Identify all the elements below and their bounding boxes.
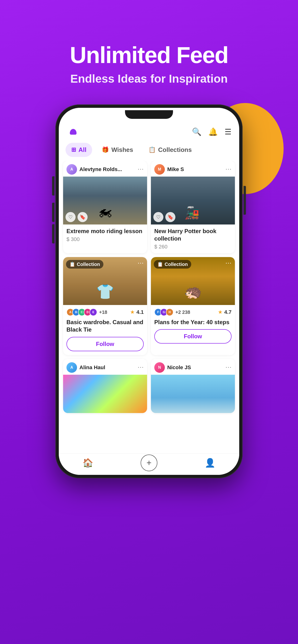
tab-collections[interactable]: 📋 Collections: [143, 143, 198, 157]
avatar-nicole: N: [154, 362, 165, 373]
profile-icon: 👤: [205, 458, 215, 468]
page-title: Unlimited Feed: [70, 43, 228, 67]
tab-all-label: All: [78, 146, 86, 154]
wishes-icon: 🎁: [102, 146, 109, 153]
coll-avatars-plans: F G H +2 238 ★ 4.7: [154, 308, 232, 316]
avatar-alina: A: [66, 362, 77, 373]
header-icons: 🔍 🔔 ☰: [192, 127, 232, 136]
hero-header: Unlimited Feed Endless Ideas for Inspira…: [70, 43, 228, 85]
like-btn-harry[interactable]: ♡: [153, 212, 163, 222]
like-btn-moto[interactable]: ♡: [66, 212, 76, 222]
collection-card-wardrobe: 📋 Collection ⋯ A B C D: [63, 257, 147, 355]
bottom-nav: 🏠 + 👤: [59, 453, 239, 475]
rating-val-wardrobe: 4.1: [136, 309, 144, 315]
app-header: 🔍 🔔 ☰: [59, 121, 239, 141]
card-actions-harry: ♡ 🔖: [153, 212, 175, 222]
avatar-group-plans: F G H: [154, 308, 174, 316]
phone-mockup: 🔍 🔔 ☰ ⊞ All 🎁 Wishes 📋 Collections: [55, 104, 243, 478]
camera-notch: [125, 110, 173, 119]
card-header-moto: A Alevtyne Rolds... ⋯: [63, 161, 147, 176]
coll-image-wardrobe: 📋 Collection ⋯: [63, 257, 147, 305]
collection-badge-plans: 📋 Collection: [154, 260, 191, 268]
star-icon-plans: ★: [218, 309, 223, 315]
card-header-harry: M Mike S ⋯: [151, 161, 235, 176]
plus-count-wardrobe: +18: [99, 310, 107, 315]
more-menu-alina[interactable]: ⋯: [137, 364, 144, 371]
card-actions-moto: ♡ 🔖: [66, 212, 88, 222]
user-post-cards-row: A Alina Haul ⋯ N Nicole JS: [63, 359, 235, 413]
card-footer-moto: Extreme moto riding lesson $ 300: [63, 224, 147, 246]
product-card-harry: M Mike S ⋯ ♡ 🔖: [151, 161, 235, 253]
home-nav-btn[interactable]: 🏠: [83, 458, 93, 468]
follow-btn-plans[interactable]: Follow: [154, 329, 232, 344]
card-image-moto: ♡ 🔖: [63, 176, 147, 224]
collection-cards-row: 📋 Collection ⋯ A B C D: [63, 257, 235, 355]
coll-meta-plans: F G H +2 238 ★ 4.7 Plans for the: [151, 305, 235, 348]
collection-badge-wardrobe: 📋 Collection: [66, 260, 103, 268]
more-menu-nicole[interactable]: ⋯: [225, 364, 232, 371]
avatar-mike: M: [154, 164, 165, 175]
more-menu-plans[interactable]: ⋯: [225, 260, 232, 267]
add-icon: +: [146, 458, 152, 468]
search-icon[interactable]: 🔍: [192, 127, 202, 136]
tab-wishes-label: Wishes: [111, 146, 133, 154]
more-menu-harry[interactable]: ⋯: [225, 166, 232, 173]
card-title-moto: Extreme moto riding lesson: [66, 227, 144, 235]
coll-avatars-wardrobe: A B C D E +18 ★ 4.1: [66, 308, 144, 316]
star-icon-wardrobe: ★: [130, 309, 135, 315]
more-menu-wardrobe[interactable]: ⋯: [137, 260, 144, 267]
coll-meta-wardrobe: A B C D E +18 ★ 4.1: [63, 305, 147, 355]
username-alina: Alina Haul: [79, 364, 105, 371]
tab-all[interactable]: ⊞ All: [66, 143, 92, 157]
page-subtitle: Endless Ideas for Inspiration: [70, 72, 228, 85]
card-footer-harry: New Harry Potter book collection $ 260: [151, 224, 235, 253]
mini-avatar-p3: H: [166, 308, 174, 316]
phone-frame: 🔍 🔔 ☰ ⊞ All 🎁 Wishes 📋 Collections: [55, 104, 243, 478]
username-mike: Mike S: [167, 166, 184, 172]
follow-btn-wardrobe[interactable]: Follow: [66, 337, 144, 351]
profile-nav-btn[interactable]: 👤: [205, 458, 215, 468]
coll-image-plans: 📋 Collection ⋯: [151, 257, 235, 305]
user-card-nicole: N Nicole JS ⋯: [151, 359, 235, 413]
username-alevtyne: Alevtyne Rolds...: [79, 166, 122, 172]
bookmark-btn-moto[interactable]: 🔖: [77, 212, 88, 222]
more-menu-moto[interactable]: ⋯: [137, 166, 144, 173]
home-icon: 🏠: [83, 458, 93, 468]
app-logo: [66, 125, 80, 138]
bell-icon[interactable]: 🔔: [208, 127, 218, 136]
all-icon: ⊞: [71, 146, 76, 153]
tab-collections-label: Collections: [158, 146, 192, 154]
feed: A Alevtyne Rolds... ⋯ ♡ 🔖: [59, 161, 239, 453]
collection-icon-2: 📋: [157, 262, 163, 267]
user-card-header-alina: A Alina Haul ⋯: [63, 359, 147, 375]
card-title-harry: New Harry Potter book collection: [154, 227, 232, 242]
card-image-harry: ♡ 🔖: [151, 176, 235, 224]
card-price-moto: $ 300: [66, 236, 144, 242]
card-price-harry: $ 260: [154, 244, 232, 250]
bookmark-btn-harry[interactable]: 🔖: [165, 212, 175, 222]
collection-card-plans: 📋 Collection ⋯ F G H: [151, 257, 235, 355]
card-user-alina: A Alina Haul: [66, 362, 105, 373]
rating-wardrobe: ★ 4.1: [130, 309, 144, 315]
post-image-nicole: [151, 375, 235, 413]
plus-count-plans: +2 238: [175, 310, 190, 315]
product-cards-row: A Alevtyne Rolds... ⋯ ♡ 🔖: [63, 161, 235, 253]
product-card-moto: A Alevtyne Rolds... ⋯ ♡ 🔖: [63, 161, 147, 253]
avatar-group-wardrobe: A B C D E: [66, 308, 97, 316]
collections-icon: 📋: [148, 146, 156, 153]
notch-bar: [59, 108, 239, 121]
collection-icon: 📋: [69, 262, 75, 267]
card-user-mike: M Mike S: [154, 164, 184, 175]
tab-wishes[interactable]: 🎁 Wishes: [96, 143, 139, 157]
username-nicole: Nicole JS: [167, 364, 191, 371]
add-nav-btn[interactable]: +: [140, 454, 158, 471]
card-user-nicole: N Nicole JS: [154, 362, 191, 373]
tab-bar: ⊞ All 🎁 Wishes 📋 Collections: [59, 141, 239, 161]
user-card-header-nicole: N Nicole JS ⋯: [151, 359, 235, 375]
coll-title-plans: Plans for the Year: 40 steps: [154, 318, 232, 326]
avatar-alevtyne: A: [66, 164, 77, 175]
rating-val-plans: 4.7: [224, 309, 232, 315]
menu-icon[interactable]: ☰: [225, 127, 232, 136]
rating-plans: ★ 4.7: [218, 309, 232, 315]
mini-avatar-5: E: [89, 308, 97, 316]
